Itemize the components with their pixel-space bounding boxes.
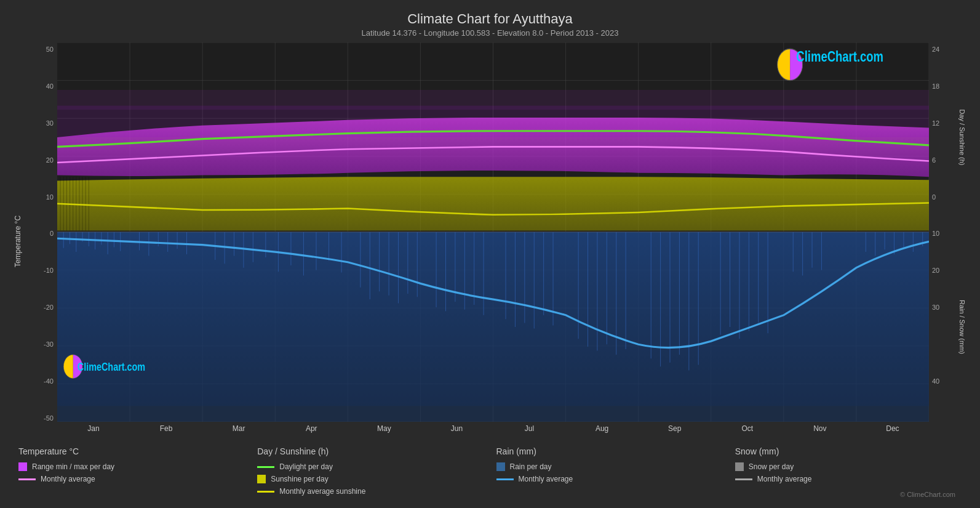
x-label-oct: Oct: [711, 424, 784, 440]
legend-title-rain: Rain (mm): [496, 446, 723, 456]
legend-item-snow-bar: Snow per day: [735, 462, 962, 471]
chart-inner: ClimeChart.com ClimeChart.com Jan Feb Ma…: [57, 42, 929, 440]
daylight-line: [257, 466, 274, 468]
y-axis-right-top: 24 18 12 6 0 10 20 30 - 40 -: [929, 42, 957, 440]
x-label-jun: Jun: [420, 424, 493, 440]
legend-label-temp-avg: Monthly average: [41, 475, 95, 483]
chart-subtitle: Latitude 14.376 - Longitude 100.583 - El…: [12, 28, 968, 38]
x-label-dec: Dec: [856, 424, 929, 440]
legend-item-sunshine-bar: Sunshine per day: [257, 475, 484, 483]
x-label-aug: Aug: [566, 424, 639, 440]
legend-item-rain-avg: Monthly average: [496, 475, 723, 483]
legend-label-snow-bar: Snow per day: [749, 462, 794, 471]
temp-range-swatch: [18, 462, 27, 471]
legend-item-snow-avg: Monthly average: [735, 475, 962, 483]
sunshine-avg-line: [257, 491, 274, 493]
chart-svg: ClimeChart.com ClimeChart.com: [57, 42, 929, 422]
legend-col-sunshine: Day / Sunshine (h) Daylight per day Suns…: [251, 446, 490, 499]
legend-label-temp-range: Range min / max per day: [32, 462, 114, 471]
legend-item-sunshine-avg: Monthly average sunshine: [257, 487, 484, 496]
y-axis-title-left: Temperature °C: [14, 216, 22, 267]
page-container: Climate Chart for Ayutthaya Latitude 14.…: [0, 0, 980, 508]
temp-avg-line: [18, 478, 36, 480]
rain-avg-line: [496, 478, 514, 480]
y-axis-title-right-sunshine: Day / Sunshine (h): [958, 107, 966, 168]
legend-area: Temperature °C Range min / max per day M…: [12, 440, 968, 502]
legend-label-sunshine-avg: Monthly average sunshine: [279, 487, 365, 496]
legend-item-rain-bar: Rain per day: [496, 462, 723, 471]
chart-header: Climate Chart for Ayutthaya Latitude 14.…: [12, 6, 968, 40]
legend-item-temp-avg: Monthly average: [18, 475, 245, 483]
legend-item-daylight: Daylight per day: [257, 462, 484, 471]
legend-label-snow-avg: Monthly average: [757, 475, 812, 483]
legend-item-temp-range: Range min / max per day: [18, 462, 245, 471]
legend-label-rain-avg: Monthly average: [519, 475, 573, 483]
x-axis: Jan Feb Mar Apr May Jun Jul Aug Sep Oct …: [57, 422, 929, 440]
x-label-mar: Mar: [202, 424, 275, 440]
legend-title-sunshine: Day / Sunshine (h): [257, 446, 484, 456]
x-label-apr: Apr: [275, 424, 348, 440]
sunshine-swatch: [257, 475, 266, 483]
legend-col-snow: Snow (mm) Snow per day Monthly average ©…: [729, 446, 968, 499]
legend-col-temperature: Temperature °C Range min / max per day M…: [12, 446, 251, 499]
legend-label-daylight: Daylight per day: [279, 462, 333, 471]
copyright: © ClimeChart.com: [735, 491, 962, 499]
y-axis-left: 50 40 30 20 10 0 -10 -20 -30 -40 -50: [23, 42, 57, 440]
x-label-sep: Sep: [639, 424, 711, 440]
snow-swatch: [735, 462, 744, 471]
x-label-may: May: [348, 424, 420, 440]
chart-title: Climate Chart for Ayutthaya: [12, 11, 968, 27]
snow-avg-line: [735, 478, 752, 480]
x-label-jan: Jan: [57, 424, 130, 440]
legend-col-rain: Rain (mm) Rain per day Monthly average: [490, 446, 729, 499]
svg-text:ClimeChart.com: ClimeChart.com: [796, 49, 883, 64]
svg-rect-102: [57, 106, 929, 137]
legend-label-rain-bar: Rain per day: [510, 462, 552, 471]
legend-title-temperature: Temperature °C: [18, 446, 245, 456]
x-label-nov: Nov: [784, 424, 856, 440]
legend-label-sunshine-bar: Sunshine per day: [271, 475, 328, 483]
legend-title-snow: Snow (mm): [735, 446, 962, 456]
rain-swatch: [496, 462, 505, 471]
svg-rect-25: [57, 232, 929, 422]
x-label-feb: Feb: [130, 424, 202, 440]
x-label-jul: Jul: [493, 424, 565, 440]
y-axis-title-right-rain: Rain / Snow (mm): [958, 296, 966, 358]
svg-text:ClimeChart.com: ClimeChart.com: [78, 360, 145, 373]
svg-rect-103: [57, 90, 929, 110]
